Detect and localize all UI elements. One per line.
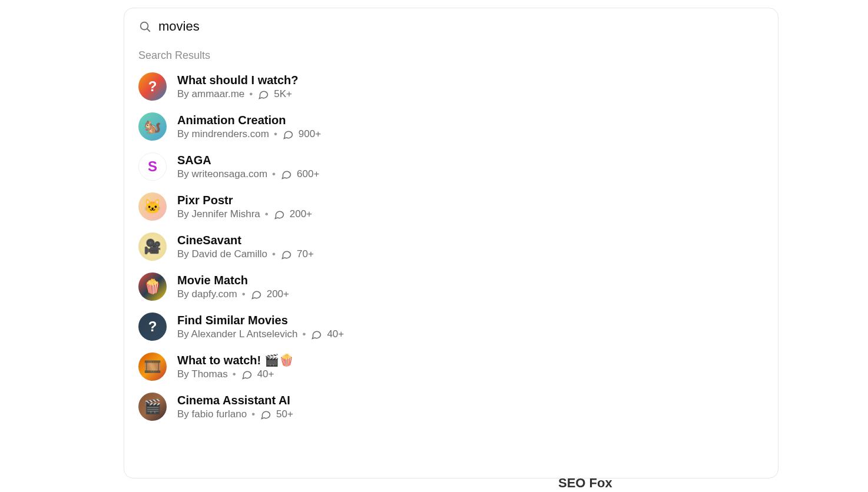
result-text: Pixr Postr By Jennifer Mishra • 200+: [177, 194, 312, 220]
result-item-find-similar-movies[interactable]: ? Find Similar Movies By Alexander L Ant…: [124, 307, 776, 347]
avatar: 🍿: [138, 272, 167, 301]
chat-bubble-icon: [273, 208, 285, 220]
avatar: 🐿️: [138, 112, 167, 141]
result-title: Find Similar Movies: [177, 314, 344, 327]
result-meta: By writeonsaga.com • 600+: [177, 168, 319, 180]
separator-dot: •: [302, 328, 306, 340]
chat-bubble-icon: [260, 408, 271, 420]
separator-dot: •: [274, 128, 277, 140]
result-title: CineSavant: [177, 234, 314, 247]
result-author: By mindrenders.com: [177, 128, 269, 140]
avatar: 🎥: [138, 232, 167, 261]
chat-bubble-icon: [310, 328, 322, 340]
result-title: Animation Creation: [177, 114, 321, 127]
result-meta: By David de Camillo • 70+: [177, 248, 314, 260]
separator-dot: •: [249, 88, 253, 100]
result-title: What should I watch?: [177, 74, 299, 87]
result-item-animation-creation[interactable]: 🐿️ Animation Creation By mindrenders.com…: [124, 107, 776, 147]
result-count: 40+: [327, 328, 344, 340]
result-author: By Alexander L Antselevich: [177, 328, 297, 340]
result-text: SAGA By writeonsaga.com • 600+: [177, 154, 319, 180]
chat-bubble-icon: [280, 168, 292, 180]
result-meta: By mindrenders.com • 900+: [177, 128, 321, 140]
chat-bubble-icon: [250, 288, 262, 300]
result-title: SAGA: [177, 154, 319, 167]
results-list[interactable]: ? What should I watch? By ammaar.me • 5K…: [124, 67, 778, 471]
result-author: By fabio furlano: [177, 408, 247, 420]
result-item-pixr-postr[interactable]: 🐱 Pixr Postr By Jennifer Mishra • 200+: [124, 187, 776, 227]
result-meta: By ammaar.me • 5K+: [177, 88, 299, 100]
result-meta: By Alexander L Antselevich • 40+: [177, 328, 344, 340]
result-count: 900+: [299, 128, 321, 140]
result-text: Animation Creation By mindrenders.com • …: [177, 114, 321, 140]
result-title: Pixr Postr: [177, 194, 312, 207]
result-count: 200+: [267, 288, 289, 300]
separator-dot: •: [272, 248, 276, 260]
results-header: Search Results: [124, 40, 778, 67]
result-author: By Thomas: [177, 368, 228, 380]
search-panel: Search Results ? What should I watch? By…: [124, 8, 778, 478]
search-bar: [124, 8, 778, 40]
result-item-what-to-watch[interactable]: 🎞️ What to watch! 🎬🍿 By Thomas • 40+: [124, 347, 776, 387]
result-meta: By fabio furlano • 50+: [177, 408, 293, 420]
chat-bubble-icon: [282, 128, 294, 140]
result-author: By dapfy.com: [177, 288, 237, 300]
chat-bubble-icon: [257, 88, 269, 100]
avatar: 🎬: [138, 393, 167, 421]
result-text: Cinema Assistant AI By fabio furlano • 5…: [177, 394, 293, 420]
result-title: Movie Match: [177, 274, 289, 287]
result-item-what-should-i-watch[interactable]: ? What should I watch? By ammaar.me • 5K…: [124, 67, 776, 107]
separator-dot: •: [242, 288, 246, 300]
result-count: 70+: [297, 248, 314, 260]
result-author: By David de Camillo: [177, 248, 267, 260]
avatar: 🐱: [138, 192, 167, 221]
avatar: S: [138, 152, 167, 181]
result-count: 200+: [290, 208, 312, 220]
result-item-cinesavant[interactable]: 🎥 CineSavant By David de Camillo • 70+: [124, 227, 776, 267]
result-text: What to watch! 🎬🍿 By Thomas • 40+: [177, 353, 294, 380]
result-title: What to watch! 🎬🍿: [177, 353, 294, 367]
result-author: By ammaar.me: [177, 88, 244, 100]
separator-dot: •: [233, 368, 236, 380]
result-text: CineSavant By David de Camillo • 70+: [177, 234, 314, 260]
result-text: Movie Match By dapfy.com • 200+: [177, 274, 289, 300]
avatar: ?: [138, 72, 167, 101]
avatar: 🎞️: [138, 353, 167, 381]
search-input[interactable]: [158, 19, 764, 34]
result-author: By Jennifer Mishra: [177, 208, 260, 220]
separator-dot: •: [272, 168, 276, 180]
background-page-text: SEO Fox: [558, 476, 612, 491]
svg-line-1: [147, 29, 150, 31]
chat-bubble-icon: [280, 248, 292, 260]
result-title: Cinema Assistant AI: [177, 394, 293, 407]
result-item-movie-match[interactable]: 🍿 Movie Match By dapfy.com • 200+: [124, 267, 776, 307]
avatar: ?: [138, 313, 167, 341]
result-count: 5K+: [274, 88, 292, 100]
result-meta: By Jennifer Mishra • 200+: [177, 208, 312, 220]
result-count: 40+: [257, 368, 274, 380]
search-icon: [138, 20, 151, 33]
separator-dot: •: [265, 208, 269, 220]
result-text: What should I watch? By ammaar.me • 5K+: [177, 74, 299, 100]
result-count: 50+: [276, 408, 293, 420]
result-count: 600+: [297, 168, 319, 180]
result-item-cinema-assistant-ai[interactable]: 🎬 Cinema Assistant AI By fabio furlano •…: [124, 387, 776, 427]
result-meta: By Thomas • 40+: [177, 368, 294, 380]
result-meta: By dapfy.com • 200+: [177, 288, 289, 300]
result-author: By writeonsaga.com: [177, 168, 267, 180]
result-item-saga[interactable]: S SAGA By writeonsaga.com • 600+: [124, 147, 776, 187]
result-text: Find Similar Movies By Alexander L Antse…: [177, 314, 344, 340]
chat-bubble-icon: [241, 368, 253, 380]
separator-dot: •: [251, 408, 255, 420]
